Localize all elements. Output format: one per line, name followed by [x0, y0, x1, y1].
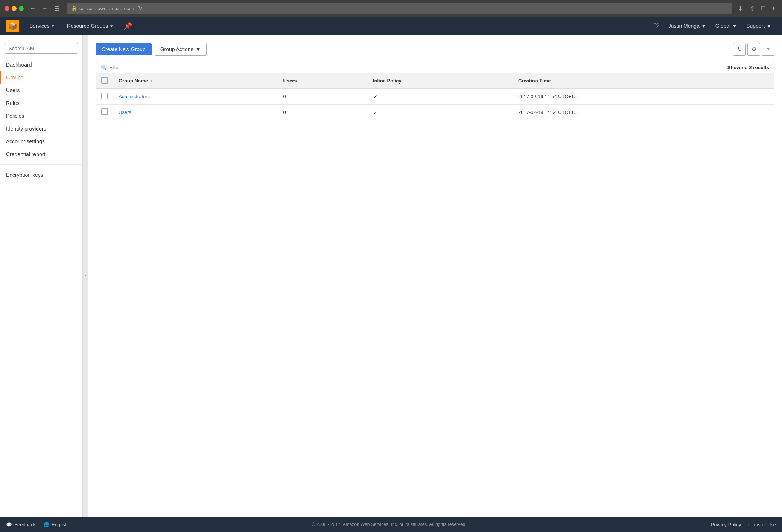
row2-users-count: 0: [283, 109, 286, 115]
select-all-header[interactable]: [96, 73, 113, 89]
group-name-header[interactable]: Group Name ↕: [113, 73, 278, 89]
sidebar-item-dashboard[interactable]: Dashboard: [0, 58, 82, 71]
create-new-group-button[interactable]: Create New Group: [96, 43, 152, 55]
groups-table: Group Name ↕ Users Inline Policy Creatio…: [96, 73, 774, 120]
notifications-bell-icon[interactable]: ♡: [649, 22, 664, 30]
back-button[interactable]: ←: [27, 4, 38, 13]
group-name-header-label: Group Name: [119, 78, 148, 84]
toolbar-right: ↻ ⚙ ?: [733, 43, 774, 56]
row1-users-count: 0: [283, 94, 286, 99]
sidebar-item-encryption-keys[interactable]: Encryption keys: [0, 169, 82, 181]
settings-button[interactable]: ⚙: [747, 43, 760, 56]
sidebar-item-policies[interactable]: Policies: [0, 109, 82, 122]
row1-group-name-link[interactable]: Administrators: [119, 94, 150, 99]
forward-button[interactable]: →: [40, 4, 50, 13]
inline-policy-header-label: Inline Policy: [373, 78, 402, 84]
language-label: English: [52, 522, 68, 527]
dashboard-label: Dashboard: [6, 62, 32, 68]
close-dot[interactable]: [5, 6, 9, 11]
sidebar-button[interactable]: ☰: [52, 4, 63, 13]
sidebar-item-groups[interactable]: Groups: [0, 71, 82, 84]
row1-group-name-cell: Administrators: [113, 89, 278, 105]
new-tab-icon[interactable]: +: [770, 4, 777, 13]
results-count: Showing 2 results: [727, 65, 769, 70]
creation-time-header-label: Creation Time: [518, 78, 551, 84]
filter-bar: 🔍 Showing 2 results: [96, 62, 774, 73]
content-area: Create New Group Group Actions ▼ ↻ ⚙ ?: [88, 35, 782, 517]
help-button[interactable]: ?: [762, 43, 774, 56]
resource-groups-caret-icon: ▼: [110, 24, 113, 28]
group-actions-label: Group Actions: [160, 46, 193, 52]
roles-label: Roles: [6, 100, 20, 106]
reload-button[interactable]: ↻: [138, 5, 143, 12]
row1-creation-time: 2017-02-19 14:54 UTC+1...: [518, 94, 578, 99]
sidebar-item-account-settings[interactable]: Account settings: [0, 135, 82, 148]
region-caret-icon: ▼: [732, 23, 737, 29]
row2-group-name-link[interactable]: Users: [119, 109, 131, 115]
groups-label: Groups: [6, 74, 23, 81]
sidebar-item-users[interactable]: Users: [0, 84, 82, 97]
footer-links: Privacy Policy Terms of Use: [711, 522, 776, 527]
group-name-sort-icon: ↕: [151, 79, 152, 83]
filter-search-icon: 🔍: [101, 65, 107, 70]
filter-input-wrap: 🔍: [101, 65, 184, 70]
user-menu[interactable]: Justin Menga ▼: [664, 23, 711, 29]
download-icon[interactable]: ⬇: [736, 4, 745, 13]
select-all-checkbox[interactable]: [101, 77, 108, 84]
sidebar-toggle[interactable]: ‹: [83, 35, 88, 517]
privacy-policy-link[interactable]: Privacy Policy: [711, 522, 741, 527]
table-row: Administrators 0 ✓ 2017-02-19 14:54 UTC+…: [96, 89, 774, 105]
row1-checkbox-cell[interactable]: [96, 89, 113, 105]
row1-users-cell: 0: [278, 89, 367, 105]
creation-time-header[interactable]: Creation Time ↕: [513, 73, 774, 89]
group-actions-button[interactable]: Group Actions ▼: [155, 43, 207, 56]
url-text: console.aws.amazon.com: [79, 6, 136, 11]
address-bar[interactable]: 🔒 console.aws.amazon.com ↻: [67, 3, 732, 14]
services-label: Services: [29, 23, 50, 29]
sidebar-item-credential-report[interactable]: Credential report: [0, 148, 82, 161]
feedback-button[interactable]: 💬 Feedback: [6, 522, 43, 527]
search-input[interactable]: [5, 43, 78, 54]
filter-input[interactable]: [109, 65, 184, 70]
language-selector[interactable]: 🌐 English: [43, 522, 68, 527]
refresh-button[interactable]: ↻: [733, 43, 746, 56]
aws-nav: 📦 Services ▼ Resource Groups ▼ 📌 ♡ Justi…: [0, 17, 782, 35]
copyright-text: © 2008 - 2017, Amazon Web Services, Inc.…: [68, 522, 711, 527]
user-caret-icon: ▼: [701, 23, 706, 29]
row1-inline-policy-check-icon: ✓: [373, 93, 378, 100]
row2-inline-policy-cell: ✓: [368, 105, 513, 120]
credential-report-label: Credential report: [6, 151, 45, 157]
table-header-row: Group Name ↕ Users Inline Policy Creatio…: [96, 73, 774, 89]
creation-time-sort-icon: ↕: [553, 79, 555, 83]
pin-icon[interactable]: 📌: [121, 22, 135, 30]
row2-checkbox-cell[interactable]: [96, 105, 113, 120]
identity-providers-label: Identity providers: [6, 126, 46, 132]
services-nav-item[interactable]: Services ▼: [25, 17, 59, 35]
minimize-dot[interactable]: [12, 6, 17, 11]
row2-group-name-cell: Users: [113, 105, 278, 120]
support-caret-icon: ▼: [766, 23, 771, 29]
share-icon[interactable]: ⇧: [747, 4, 757, 13]
row2-checkbox[interactable]: [101, 108, 108, 115]
gear-icon: ⚙: [752, 46, 756, 53]
resource-groups-nav-item[interactable]: Resource Groups ▼: [62, 17, 118, 35]
maximize-dot[interactable]: [19, 6, 24, 11]
row1-inline-policy-cell: ✓: [368, 89, 513, 105]
fullscreen-icon[interactable]: □: [759, 4, 767, 13]
nav-divider: [0, 164, 82, 165]
row1-checkbox[interactable]: [101, 93, 108, 99]
sidebar-item-identity-providers[interactable]: Identity providers: [0, 122, 82, 135]
services-caret-icon: ▼: [51, 24, 55, 28]
sidebar-item-roles[interactable]: Roles: [0, 97, 82, 109]
aws-logo: 📦: [6, 20, 19, 32]
terms-of-use-link[interactable]: Terms of Use: [747, 522, 776, 527]
support-menu[interactable]: Support ▼: [742, 23, 776, 29]
user-name: Justin Menga: [668, 23, 700, 29]
region-menu[interactable]: Global ▼: [711, 23, 742, 29]
row1-creation-time-cell: 2017-02-19 14:54 UTC+1...: [513, 89, 774, 105]
users-header: Users: [278, 73, 367, 89]
refresh-icon: ↻: [737, 46, 742, 53]
globe-icon: 🌐: [43, 522, 49, 527]
lock-icon: 🔒: [71, 6, 77, 11]
search-section: [0, 40, 82, 58]
